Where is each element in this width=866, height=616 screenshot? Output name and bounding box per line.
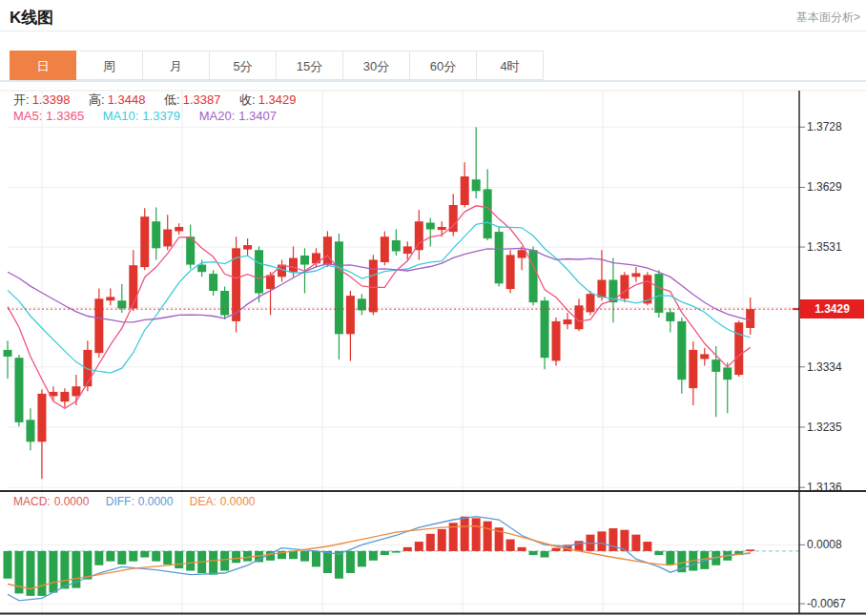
svg-text:0.0008: 0.0008: [807, 538, 842, 551]
macd-readout: MACD:0.0000 DIFF:0.0000 DEA:0.0000: [13, 495, 268, 508]
low-value: 1.3387: [183, 92, 221, 107]
low-label: 低:: [164, 92, 180, 107]
tab-60min[interactable]: 60分: [410, 51, 477, 80]
ma10-label: MA10:: [103, 109, 139, 123]
svg-text:1.3334: 1.3334: [807, 360, 842, 374]
svg-text:-0.0067: -0.0067: [807, 597, 846, 610]
interval-tabbar: 日 周 月 5分 15分 30分 60分 4时: [0, 51, 866, 82]
dea-label: DEA:: [190, 495, 216, 508]
ma20-label: MA20:: [199, 109, 236, 123]
ma10-value: 1.3379: [142, 109, 180, 123]
macd-value: 0.0000: [54, 495, 90, 508]
tab-day[interactable]: 日: [10, 51, 76, 80]
open-value: 1.3398: [32, 92, 71, 107]
page-header: K线图 基本面分析>: [0, 0, 866, 31]
high-value: 1.3448: [108, 92, 146, 107]
page-title: K线图: [10, 7, 53, 29]
tab-month[interactable]: 月: [143, 51, 210, 80]
svg-text:1.3728: 1.3728: [807, 120, 842, 133]
fundamental-analysis-link[interactable]: 基本面分析>: [796, 10, 860, 26]
tab-4hour[interactable]: 4时: [477, 51, 544, 80]
tab-15min[interactable]: 15分: [277, 51, 343, 80]
ohlc-readout: 开:1.3398 高:1.3448 低:1.3387 收:1.3429: [13, 92, 311, 109]
close-label: 收:: [239, 92, 256, 107]
svg-text:1.3531: 1.3531: [807, 240, 842, 254]
macd-label: MACD:: [13, 495, 51, 508]
ma5-value: 1.3365: [46, 109, 84, 123]
svg-text:1.3629: 1.3629: [807, 180, 842, 194]
dea-value: 0.0000: [220, 495, 256, 508]
open-label: 开:: [13, 92, 30, 107]
diff-label: DIFF:: [106, 495, 134, 508]
high-label: 高:: [89, 92, 105, 107]
tab-week[interactable]: 周: [76, 51, 143, 80]
current-price-tag: 1.3429: [800, 299, 864, 318]
svg-text:1.3235: 1.3235: [807, 421, 842, 434]
diff-value: 0.0000: [138, 495, 174, 508]
kline-chart-canvas[interactable]: 1.37281.36291.35311.33341.32351.31360.00…: [0, 82, 866, 616]
tab-5min[interactable]: 5分: [210, 51, 277, 80]
close-value: 1.3429: [258, 92, 297, 107]
ma5-label: MA5:: [13, 109, 42, 123]
tab-30min[interactable]: 30分: [343, 51, 410, 80]
ma20-value: 1.3407: [238, 109, 277, 123]
ma-readout: MA5:1.3365 MA10:1.3379 MA20:1.3407: [13, 109, 292, 123]
chart-region: 1.37281.36291.35311.33341.32351.31360.00…: [0, 82, 866, 616]
svg-text:1.3136: 1.3136: [807, 481, 842, 494]
